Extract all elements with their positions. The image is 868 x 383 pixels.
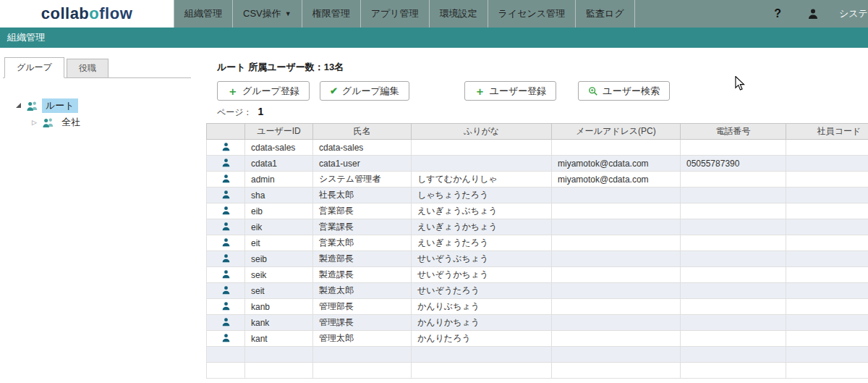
table-row[interactable]: eit営業太郎えいぎょうたろう [207,235,868,251]
sidebar-tabs: グループ 役職 [3,58,191,78]
table-cell [786,219,868,235]
col-header-icon [207,124,245,140]
nav-label: 監査ログ [586,7,624,20]
table-cell: cdata-sales [313,140,412,156]
user-icon[interactable] [207,219,245,235]
summary-group-name: ルート [217,62,246,72]
tree-node-company[interactable]: ▷ 全社 [3,114,191,130]
plus-icon: ＋ [227,86,238,96]
nav-item-license-management[interactable]: ライセンス管理 [488,0,576,28]
table-row[interactable]: kank管理課長かんりかちょう [207,315,868,331]
user-icon[interactable] [207,172,245,188]
table-row[interactable]: adminシステム管理者しすてむかんりしゃmiyamotok@cdata.com [207,172,868,188]
table-cell: kank [245,315,313,331]
table-cell [552,251,681,267]
table-row[interactable]: sha社長太郎しゃちょうたろう [207,188,868,203]
table-cell [681,283,786,299]
table-cell [681,188,786,203]
tab-group[interactable]: グループ [4,57,64,78]
expander-open-icon[interactable] [16,103,21,108]
table-row[interactable]: cdata1cata1-usermiyamotok@cdata.com05055… [207,156,868,172]
user-icon[interactable] [207,203,245,219]
table-cell [786,203,868,219]
table-row[interactable]: kant管理太郎かんりたろう [207,331,868,347]
user-icon[interactable] [207,315,245,331]
table-cell [552,331,681,347]
nav-label: 環境設定 [440,7,477,20]
table-cell: eit [245,235,313,251]
table-cell [786,267,868,283]
table-cell [552,363,681,379]
table-cell: せいぞうかちょう [412,267,552,283]
sidebar: グループ 役職 ルート ▷ 全社 [3,58,191,383]
table-cell [207,363,245,379]
table-cell [786,363,868,379]
user-icon[interactable] [207,331,245,347]
table-cell [552,188,681,203]
table-row[interactable]: seib製造部長せいぞうぶちょう [207,251,868,267]
table-cell [681,363,786,379]
table-cell [552,347,681,363]
table-cell [313,347,412,363]
user-icon[interactable] [207,299,245,315]
table-cell: しゃちょうたろう [412,188,552,203]
table-row[interactable]: seik製造課長せいぞうかちょう [207,267,868,283]
table-cell: せいぞうぶちょう [412,251,552,267]
nav-item-csv-operations[interactable]: CSV操作▼ [232,0,302,28]
account-icon[interactable] [807,8,819,20]
table-row[interactable]: eib営業部長えいぎょうぶちょう [207,203,868,219]
user-icon[interactable] [207,188,245,203]
user-icon[interactable] [207,251,245,267]
table-cell [786,235,868,251]
tab-role[interactable]: 役職 [67,59,109,77]
table-cell [681,235,786,251]
help-icon[interactable]: ? [774,7,781,20]
table-cell [786,283,868,299]
table-row[interactable]: kanb管理部長かんりぶちょう [207,299,868,315]
plus-icon: ＋ [475,86,485,96]
table-cell [681,251,786,267]
tree-node-label[interactable]: ルート [42,98,78,113]
nav-item-permission-management[interactable]: 権限管理 [302,0,360,28]
table-cell [681,219,786,235]
table-row[interactable]: eik営業課長えいぎょうかちょう [207,219,868,235]
button-label: ユーザー検索 [603,85,660,97]
table-row[interactable]: cdata-salescdata-sales [207,140,868,156]
table-row[interactable]: seit製造太郎せいぞうたろう [207,283,868,299]
table-cell: 管理太郎 [313,331,412,347]
col-header-phone: 電話番号 [681,124,786,140]
table-header-row: ユーザーID 氏名 ふりがな メールアドレス(PC) 電話番号 社員コード [207,124,868,140]
user-icon[interactable] [207,283,245,299]
user-register-button[interactable]: ＋ ユーザー登録 [464,81,557,101]
user-icon[interactable] [207,156,245,172]
user-icon[interactable] [207,235,245,251]
table-cell: seik [245,267,313,283]
logo-part3: flow [99,4,132,22]
tree-node-root[interactable]: ルート [3,97,191,114]
mouse-cursor [733,76,746,94]
user-icon[interactable] [207,267,245,283]
nav-label: アプリ管理 [371,7,419,20]
table-cell [681,172,786,188]
group-icon [42,117,54,127]
table-cell [412,363,552,379]
nav-item-audit-log[interactable]: 監査ログ [575,0,635,28]
group-register-button[interactable]: ＋ グループ登録 [217,81,310,101]
chevron-down-icon: ▼ [285,10,292,17]
tree-node-label[interactable]: 全社 [58,115,84,130]
nav-item-environment-settings[interactable]: 環境設定 [429,0,488,28]
logo[interactable]: collaboflow [0,0,174,28]
table-cell [412,347,552,363]
table-cell: seit [245,283,313,299]
pager: ページ： 1 [217,106,263,119]
group-edit-button[interactable]: ✔ グループ編集 [320,81,409,101]
table-cell [786,188,868,203]
user-icon[interactable] [207,140,245,156]
page-number[interactable]: 1 [258,106,264,117]
account-name-label[interactable]: システ [839,7,868,20]
table-cell: eik [245,219,313,235]
nav-item-org-management[interactable]: 組織管理 [174,0,232,28]
user-search-button[interactable]: ユーザー検索 [578,81,670,101]
nav-item-app-management[interactable]: アプリ管理 [360,0,429,28]
expander-closed-icon[interactable]: ▷ [32,119,40,126]
